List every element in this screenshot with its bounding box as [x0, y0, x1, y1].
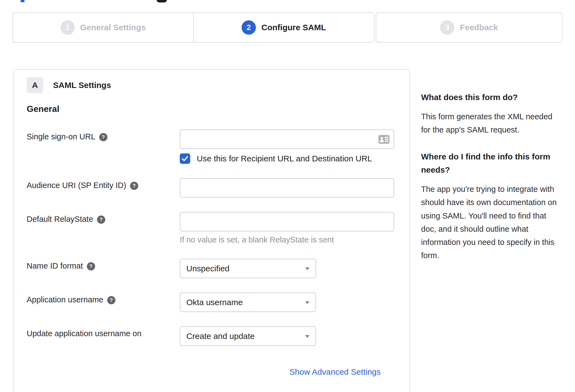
step-label: Configure SAML	[261, 23, 326, 32]
saml-settings-panel: A SAML Settings General Single sign-on U…	[13, 69, 410, 392]
name-id-format-select[interactable]: Unspecified	[180, 259, 316, 278]
relaystate-helper-text: If no value is set, a blank RelayState i…	[180, 235, 396, 244]
help-sidebar: What does this form do? This form genera…	[421, 69, 563, 262]
dropdown-caret-icon	[305, 267, 309, 270]
tab-configure-saml[interactable]: 2 Configure SAML	[194, 13, 374, 42]
help-icon[interactable]: ?	[130, 182, 138, 190]
field-label: Update application username on	[27, 329, 142, 338]
single-sign-on-url-input[interactable]	[180, 129, 394, 149]
tab-general-settings[interactable]: 1 General Settings	[13, 13, 194, 42]
field-row-application-username: Application username? Okta username	[27, 292, 396, 312]
dropdown-caret-icon	[305, 301, 309, 304]
field-row-single-sign-on-url: Single sign-on URL?	[27, 129, 396, 164]
step-label: Feedback	[460, 23, 498, 32]
dropdown-caret-icon	[305, 335, 309, 338]
general-section-title: General	[27, 104, 396, 114]
field-row-default-relaystate: Default RelayState? If no value is set, …	[27, 212, 396, 244]
help-icon[interactable]: ?	[99, 133, 107, 141]
field-label: Single sign-on URL	[27, 132, 95, 141]
tab-feedback[interactable]: 3 Feedback	[376, 13, 562, 42]
recipient-url-checkbox[interactable]	[180, 153, 190, 164]
step-label: General Settings	[80, 23, 146, 32]
help-heading: What does this form do?	[421, 91, 563, 104]
select-value: Okta username	[186, 298, 243, 307]
configure-saml-page: 1 General Settings 2 Configure SAML 3 Fe…	[0, 0, 575, 392]
wizard-stepper: 1 General Settings 2 Configure SAML 3 Fe…	[12, 12, 562, 43]
stepper-box-main: 1 General Settings 2 Configure SAML	[12, 12, 374, 43]
audience-uri-input[interactable]	[180, 178, 394, 198]
field-label: Audience URI (SP Entity ID)	[27, 181, 126, 190]
field-label: Application username	[27, 295, 103, 304]
checkbox-label[interactable]: Use this for Recipient URL and Destinati…	[197, 154, 372, 163]
address-card-icon[interactable]	[378, 135, 390, 144]
help-icon[interactable]: ?	[87, 262, 95, 270]
cropped-header-icon-fragment	[157, 0, 167, 2]
field-row-audience-uri: Audience URI (SP Entity ID)?	[27, 178, 396, 198]
step-number-badge: 2	[242, 20, 256, 35]
cropped-page-title-fragment	[21, 0, 24, 2]
field-label: Default RelayState	[27, 215, 93, 223]
step-number-badge: 1	[60, 20, 75, 35]
help-icon[interactable]: ?	[107, 296, 115, 304]
help-paragraph: The app you're trying to integrate with …	[421, 183, 563, 262]
step-number-badge: 3	[440, 20, 454, 35]
application-username-select[interactable]: Okta username	[180, 292, 316, 312]
panel-title: SAML Settings	[53, 81, 111, 90]
help-heading: Where do I find the info this form needs…	[421, 150, 563, 176]
field-row-name-id-format: Name ID format? Unspecified	[27, 259, 396, 278]
help-paragraph: This form generates the XML needed for t…	[421, 110, 563, 136]
help-icon[interactable]: ?	[97, 216, 105, 224]
field-label: Name ID format	[27, 261, 83, 270]
show-advanced-settings-link[interactable]: Show Advanced Settings	[289, 367, 381, 376]
update-application-username-select[interactable]: Create and update	[180, 326, 316, 346]
stepper-box-feedback: 3 Feedback	[376, 12, 562, 43]
section-a-badge: A	[27, 77, 43, 93]
default-relaystate-input[interactable]	[180, 212, 394, 231]
select-value: Create and update	[186, 332, 255, 341]
field-row-update-application-username: Update application username on Create an…	[27, 326, 396, 346]
select-value: Unspecified	[186, 264, 230, 273]
